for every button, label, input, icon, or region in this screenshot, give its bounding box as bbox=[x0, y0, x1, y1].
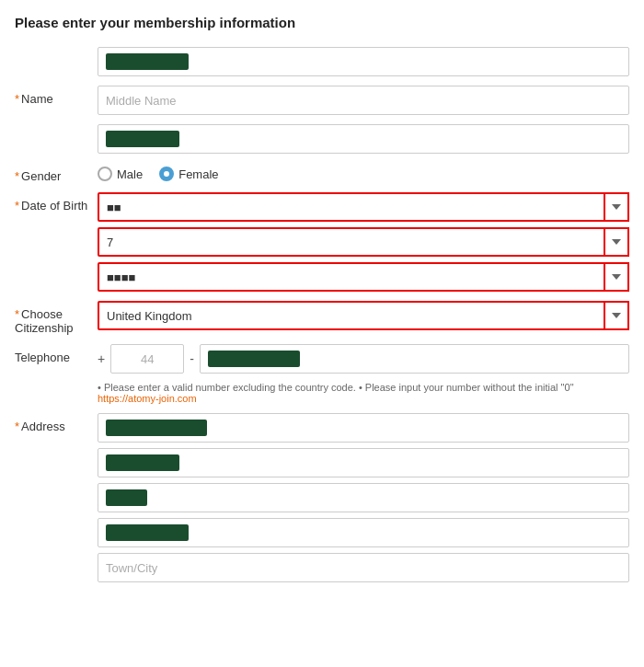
dob-year-select[interactable]: ■■■■ bbox=[98, 262, 629, 292]
town-city-input[interactable] bbox=[98, 553, 629, 582]
first-name-label bbox=[15, 47, 98, 53]
first-name-input[interactable] bbox=[98, 47, 629, 76]
gender-female-radio bbox=[159, 167, 174, 181]
gender-row: *Gender Male Female bbox=[15, 163, 629, 183]
tel-dash-sign: - bbox=[190, 351, 194, 366]
address-line1-redacted bbox=[106, 420, 207, 436]
tel-country-code-input[interactable] bbox=[110, 344, 184, 374]
address-line3-input[interactable] bbox=[98, 483, 629, 512]
citizenship-wrapper: United Kingdom bbox=[98, 301, 629, 330]
address-line4-input[interactable] bbox=[98, 518, 629, 547]
last-name-row bbox=[15, 124, 629, 154]
telephone-label: Telephone bbox=[15, 344, 98, 364]
tel-hint: • Please enter a valid number excluding … bbox=[98, 382, 629, 404]
citizenship-label: *Choose Citizenship bbox=[15, 301, 98, 335]
citizenship-row: *Choose Citizenship United Kingdom bbox=[15, 301, 629, 335]
dob-day-wrapper: 7 bbox=[98, 227, 629, 257]
middle-name-input[interactable] bbox=[98, 86, 629, 115]
first-name-redacted bbox=[106, 53, 189, 70]
address-line2-redacted bbox=[106, 454, 179, 471]
name-row: *Name bbox=[15, 86, 629, 115]
address-row: *Address bbox=[15, 413, 629, 582]
address-line1-input[interactable] bbox=[98, 413, 629, 443]
dob-month-wrapper: ■■ 1 2 3 4 5 6 7 8 9 10 11 12 bbox=[98, 192, 629, 222]
first-name-row bbox=[15, 47, 629, 76]
gender-male-label: Male bbox=[117, 167, 143, 181]
tel-plus-sign: + bbox=[98, 351, 105, 366]
dob-year-wrapper: ■■■■ bbox=[98, 262, 629, 292]
address-line2-input[interactable] bbox=[98, 448, 629, 477]
telephone-row: Telephone + - • Please enter a valid num… bbox=[15, 344, 629, 404]
gender-male-option[interactable]: Male bbox=[98, 167, 143, 181]
dob-month-select[interactable]: ■■ 1 2 3 4 5 6 7 8 9 10 11 12 bbox=[98, 192, 629, 222]
gender-label: *Gender bbox=[15, 163, 98, 183]
citizenship-select[interactable]: United Kingdom bbox=[98, 301, 629, 330]
page-title: Please enter your membership information bbox=[15, 15, 629, 30]
gender-female-label: Female bbox=[178, 167, 218, 181]
address-line4-redacted bbox=[106, 524, 189, 541]
dob-row: *Date of Birth ■■ 1 2 3 4 5 6 7 8 9 10 1… bbox=[15, 192, 629, 292]
dob-label: *Date of Birth bbox=[15, 192, 98, 213]
gender-male-radio bbox=[98, 167, 112, 181]
tel-number-redacted bbox=[208, 351, 300, 367]
last-name-label bbox=[15, 124, 98, 131]
name-required-star: * bbox=[15, 92, 19, 106]
site-url: https://atomy-join.com bbox=[98, 393, 197, 404]
tel-number-input[interactable] bbox=[200, 344, 629, 374]
name-label: *Name bbox=[15, 86, 98, 106]
gender-female-option[interactable]: Female bbox=[159, 167, 218, 181]
address-line3-redacted bbox=[106, 489, 147, 506]
dob-day-select[interactable]: 7 bbox=[98, 227, 629, 257]
last-name-redacted bbox=[106, 131, 179, 147]
last-name-input[interactable] bbox=[98, 124, 629, 154]
address-label: *Address bbox=[15, 413, 98, 433]
